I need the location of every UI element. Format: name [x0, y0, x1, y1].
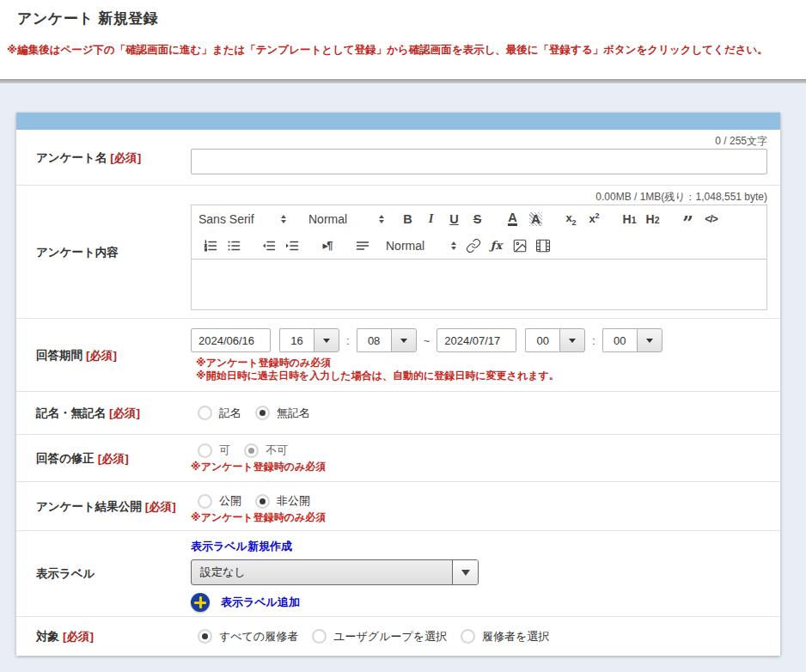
period-note-2: ※開始日時に過去日時を入力した場合は、自動的に登録日時に変更されます。 [196, 370, 767, 382]
row-result-publication: アンケート結果公開[必須] 公開 非公開 ※アンケート登録時のみ必須 [16, 481, 780, 530]
radio-option-all-students[interactable]: すべての履修者 [198, 629, 298, 645]
chevron-down-icon [400, 339, 407, 346]
create-display-label-link[interactable]: 表示ラベル新規作成 [191, 540, 292, 553]
background-color-button[interactable]: A [524, 209, 547, 229]
answer-correction-label: 回答の修正[必須] [16, 435, 191, 481]
start-date-input[interactable] [191, 328, 271, 352]
heading1-button[interactable]: H1 [618, 209, 641, 229]
indent-icon [284, 238, 300, 254]
end-date-input[interactable] [437, 328, 516, 352]
radio-option-signed[interactable]: 記名 [198, 406, 241, 421]
picker-arrows-icon [379, 212, 384, 226]
strikethrough-icon: S [473, 212, 482, 226]
display-label-label: 表示ラベル [16, 531, 191, 616]
row-answer-correction: 回答の修正[必須] 可 不可 ※アンケート登録時のみ必須 [16, 434, 780, 481]
radio-icon [312, 629, 327, 644]
start-minute-input[interactable] [357, 328, 391, 352]
indent-button[interactable] [280, 235, 303, 256]
survey-content-label: アンケート内容 [16, 186, 191, 318]
chevron-down-icon [323, 339, 330, 346]
radio-icon [461, 629, 475, 644]
editor-content-area[interactable] [192, 260, 766, 309]
radio-option-allowed[interactable]: 可 [198, 443, 230, 458]
survey-name-input[interactable] [191, 149, 767, 174]
start-hour-spinner-button[interactable] [314, 328, 339, 352]
insert-image-button[interactable] [508, 235, 531, 256]
insert-video-button[interactable] [531, 235, 554, 256]
row-anonymity: 記名・無記名[必須] 記名 無記名 [16, 391, 780, 434]
subscript-button[interactable]: x2 [559, 209, 583, 229]
row-target: 対象[必須] すべての履修者 ユーザグループを選択 履修者を選択 [16, 616, 780, 656]
italic-button[interactable]: I [419, 209, 443, 229]
italic-icon: I [429, 211, 434, 226]
select-arrow-button[interactable] [452, 560, 478, 584]
add-display-label-button[interactable]: 表示ラベル追加 [191, 593, 767, 612]
display-label-select[interactable]: 設定なし [191, 559, 479, 585]
end-minute-input[interactable] [602, 328, 637, 352]
radio-option-anonymous[interactable]: 無記名 [255, 406, 310, 421]
blockquote-button[interactable]: ” [676, 209, 699, 229]
size-counter: 0.00MB / 1MB(残り：1,048,551 byte) [191, 186, 767, 205]
survey-name-label: アンケート名[必須] [16, 130, 191, 185]
radio-option-public[interactable]: 公開 [198, 493, 241, 509]
end-minute-spinner-button[interactable] [637, 328, 663, 352]
start-minute-spinner-button[interactable] [391, 328, 417, 352]
superscript-button[interactable]: x2 [583, 209, 606, 229]
range-separator: ~ [424, 334, 430, 347]
heading2-button[interactable]: H2 [641, 209, 664, 229]
subscript-icon: x2 [565, 211, 576, 227]
superscript-icon: x2 [589, 211, 599, 225]
result-note: ※アンケート登録時のみ必須 [191, 511, 767, 524]
heading1-icon: H1 [623, 212, 637, 226]
formula-icon: ƒx [491, 239, 502, 252]
text-direction-button[interactable]: ▸¶ [315, 235, 339, 256]
chevron-down-icon [646, 339, 653, 346]
row-survey-name: アンケート名[必須] 0 / 255文字 [16, 130, 780, 185]
radio-icon [198, 406, 212, 420]
time-colon: : [592, 334, 595, 347]
picker-arrows-icon [281, 212, 286, 226]
result-publication-label: アンケート結果公開[必須] [16, 482, 191, 530]
bold-button[interactable]: B [396, 209, 419, 229]
radio-icon [198, 494, 212, 509]
blockquote-icon: ” [682, 211, 693, 227]
target-label: 対象[必須] [16, 617, 191, 656]
background-color-icon: A [529, 212, 541, 226]
required-badge: [必須] [145, 500, 176, 513]
required-badge: [必須] [110, 151, 141, 164]
underline-button[interactable]: U [443, 209, 466, 229]
start-hour-input[interactable] [279, 328, 314, 352]
time-colon: : [346, 334, 350, 347]
radio-option-select-students[interactable]: 履修者を選択 [461, 629, 549, 645]
formula-button[interactable]: ƒx [485, 235, 508, 256]
end-hour-input[interactable] [525, 328, 559, 352]
outdent-button[interactable] [257, 235, 280, 256]
align-button[interactable] [351, 235, 374, 256]
radio-option-user-group[interactable]: ユーザグループを選択 [312, 629, 447, 645]
underline-icon: U [449, 212, 458, 226]
rich-text-editor: Sans Serif Normal B I U S A A x2 [191, 205, 767, 310]
editor-toolbar-row-1: Sans Serif Normal B I U S A A x2 [192, 205, 766, 232]
radio-checked-icon [255, 494, 270, 509]
code-block-button[interactable]: </> [699, 209, 723, 229]
radio-checked-icon [244, 443, 259, 458]
panel-accent-bar [16, 113, 780, 130]
survey-form-panel: アンケート名[必須] 0 / 255文字 アンケート内容 0.00MB / 1M… [16, 113, 780, 656]
link-button[interactable] [461, 235, 485, 256]
ordered-list-button[interactable] [198, 235, 222, 256]
char-counter: 0 / 255文字 [191, 130, 767, 149]
heading2-icon: H2 [646, 212, 660, 226]
bullet-list-button[interactable] [222, 235, 245, 256]
size-picker[interactable]: Normal [386, 239, 456, 253]
required-badge: [必須] [63, 630, 94, 643]
editor-toolbar-row-2: ▸¶ Normal ƒx [192, 232, 766, 259]
strikethrough-button[interactable]: S [466, 209, 489, 229]
radio-option-not-allowed[interactable]: 不可 [244, 443, 288, 458]
end-hour-spinner-button[interactable] [559, 328, 585, 352]
image-icon [512, 238, 528, 254]
header-picker[interactable]: Normal [308, 212, 384, 226]
text-direction-icon: ▸¶ [323, 239, 332, 252]
font-picker[interactable]: Sans Serif [198, 212, 286, 226]
radio-option-private[interactable]: 非公開 [255, 493, 310, 509]
text-color-button[interactable]: A [501, 209, 524, 229]
